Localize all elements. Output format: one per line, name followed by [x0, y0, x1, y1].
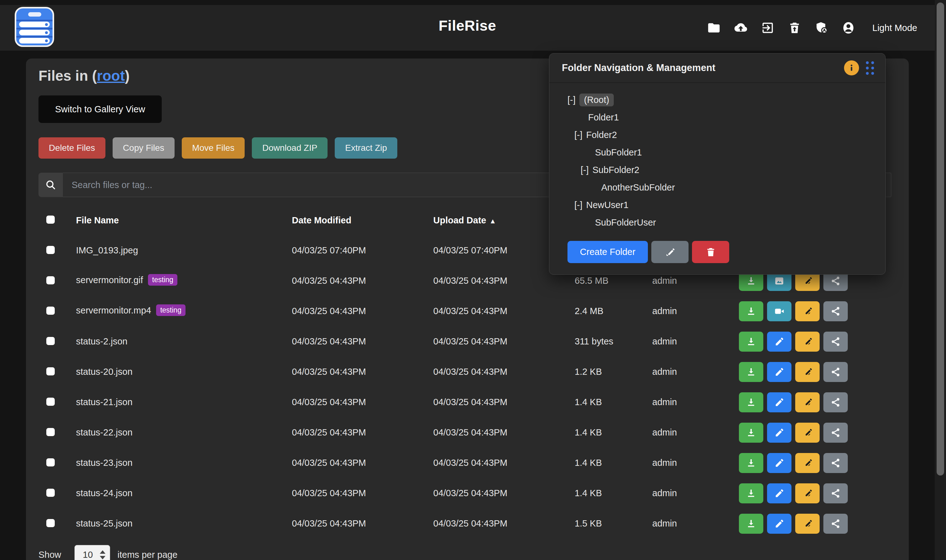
tree-collapse-toggle[interactable]: [-] [581, 165, 589, 175]
folder-label[interactable]: Folder2 [586, 130, 617, 140]
share-button[interactable] [823, 514, 848, 534]
trash-restore-icon[interactable] [788, 21, 802, 35]
create-folder-button[interactable]: Create Folder [568, 241, 648, 263]
file-name[interactable]: status-23.json [76, 458, 133, 468]
edit-button[interactable] [767, 514, 791, 534]
file-name[interactable]: status-25.json [76, 518, 133, 528]
drag-handle-icon[interactable] [866, 61, 874, 75]
file-name[interactable]: IMG_0193.jpeg [76, 245, 138, 255]
light-mode-toggle[interactable]: Light Mode [872, 23, 918, 33]
share-button[interactable] [823, 362, 848, 382]
row-checkbox[interactable] [46, 489, 55, 497]
folder-tree-item[interactable]: SubFolderUser [568, 214, 873, 231]
rename-button[interactable] [795, 453, 820, 473]
download-button[interactable] [739, 392, 763, 412]
folder-tree-item[interactable]: Folder1 [568, 109, 873, 126]
folder-label[interactable]: SubFolder2 [592, 165, 640, 175]
rename-button[interactable] [795, 483, 820, 503]
logout-icon[interactable] [760, 21, 775, 35]
row-checkbox[interactable] [46, 519, 55, 527]
file-name[interactable]: status-2.json [76, 336, 127, 346]
folder-label[interactable]: Folder1 [588, 112, 619, 123]
filerise-logo[interactable] [15, 7, 54, 47]
folder-tree-item[interactable]: [-](Root) [568, 91, 873, 109]
rename-button[interactable] [795, 301, 820, 321]
folder-tree-item[interactable]: [-]Folder2 [568, 126, 873, 144]
edit-button[interactable] [767, 423, 791, 443]
folder-label[interactable]: SubFolder1 [595, 147, 642, 158]
column-header-file-name[interactable]: File Name [76, 215, 292, 226]
rename-button[interactable] [795, 423, 820, 443]
row-checkbox[interactable] [46, 246, 55, 254]
items-per-page-label: items per page [118, 550, 178, 560]
folder-tree-item[interactable]: AnotherSubFolder [568, 178, 873, 196]
account-icon[interactable] [841, 21, 855, 35]
rename-button[interactable] [795, 514, 820, 534]
file-name[interactable]: status-24.json [76, 488, 133, 498]
root-folder-link[interactable]: root [97, 68, 125, 84]
row-checkbox[interactable] [46, 337, 55, 345]
row-checkbox[interactable] [46, 276, 55, 285]
extract-zip-button[interactable]: Extract Zip [335, 137, 397, 158]
row-checkbox[interactable] [46, 398, 55, 406]
download-button[interactable] [739, 453, 763, 473]
folder-tree-item[interactable]: [-]NewUser1 [568, 196, 873, 214]
file-name[interactable]: servermonitor.mp4 [76, 305, 151, 315]
delete-folder-button[interactable] [692, 241, 729, 263]
move-files-button[interactable]: Move Files [182, 137, 245, 158]
row-checkbox[interactable] [46, 458, 55, 466]
share-button[interactable] [823, 301, 848, 321]
row-actions [739, 301, 891, 321]
download-button[interactable] [739, 332, 763, 352]
folder-label[interactable]: SubFolderUser [595, 217, 656, 228]
download-button[interactable] [739, 301, 763, 321]
file-name[interactable]: status-22.json [76, 427, 133, 437]
rename-folder-button[interactable] [651, 241, 689, 263]
folder-label[interactable]: NewUser1 [586, 200, 629, 210]
tree-collapse-toggle[interactable]: [-] [574, 130, 583, 140]
folder-icon[interactable] [707, 21, 721, 35]
share-button[interactable] [823, 483, 848, 503]
share-button[interactable] [823, 453, 848, 473]
folder-tree-item[interactable]: SubFolder1 [568, 144, 873, 161]
column-header-date-modified[interactable]: Date Modified [292, 215, 433, 226]
cloud-upload-icon[interactable] [734, 21, 748, 35]
share-button[interactable] [823, 392, 848, 412]
download-button[interactable] [739, 362, 763, 382]
edit-button[interactable] [767, 483, 791, 503]
switch-gallery-view-button[interactable]: Switch to Gallery View [38, 95, 162, 123]
uploader: admin [652, 518, 739, 529]
edit-button[interactable] [767, 453, 791, 473]
download-button[interactable] [739, 423, 763, 443]
file-name[interactable]: servermonitor.gif [76, 275, 143, 285]
edit-button[interactable] [767, 332, 791, 352]
row-checkbox[interactable] [46, 306, 55, 315]
copy-files-button[interactable]: Copy Files [112, 137, 175, 158]
page-scrollbar-thumb[interactable] [937, 3, 944, 475]
select-all-checkbox[interactable] [46, 215, 55, 224]
edit-button[interactable] [767, 362, 791, 382]
file-name[interactable]: status-21.json [76, 397, 133, 407]
preview-video-button[interactable] [767, 301, 791, 321]
tree-collapse-toggle[interactable]: [-] [574, 200, 583, 210]
share-button[interactable] [823, 332, 848, 352]
folder-tree-item[interactable]: [-]SubFolder2 [568, 161, 873, 178]
folder-label[interactable]: (Root) [579, 94, 614, 106]
share-button[interactable] [823, 423, 848, 443]
rename-button[interactable] [795, 362, 820, 382]
row-checkbox[interactable] [46, 428, 55, 436]
download-button[interactable] [739, 514, 763, 534]
rename-button[interactable] [795, 332, 820, 352]
row-checkbox[interactable] [46, 367, 55, 375]
info-icon[interactable] [844, 60, 859, 75]
delete-files-button[interactable]: Delete Files [38, 137, 105, 158]
shield-admin-icon[interactable] [814, 21, 829, 35]
folder-label[interactable]: AnotherSubFolder [601, 182, 675, 193]
items-per-page-select[interactable]: 10 [74, 545, 110, 560]
tree-collapse-toggle[interactable]: [-] [568, 95, 575, 105]
download-button[interactable] [739, 483, 763, 503]
file-name[interactable]: status-20.json [76, 367, 133, 377]
download-zip-button[interactable]: Download ZIP [252, 137, 328, 158]
rename-button[interactable] [795, 392, 820, 412]
edit-button[interactable] [767, 392, 791, 412]
